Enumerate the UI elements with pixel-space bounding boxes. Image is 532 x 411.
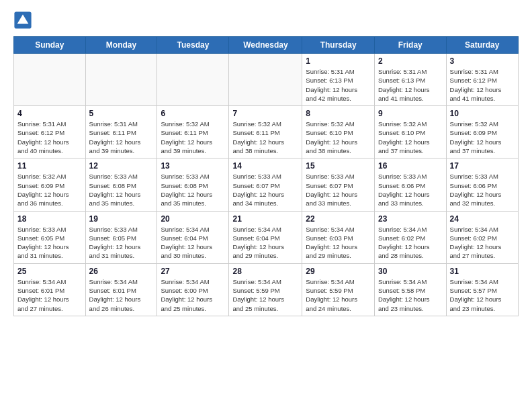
day-info: Sunrise: 5:34 AM Sunset: 6:04 PM Dayligh…	[232, 225, 298, 261]
calendar-day-cell: 5Sunrise: 5:31 AM Sunset: 6:11 PM Daylig…	[85, 106, 157, 158]
day-number: 17	[450, 161, 515, 171]
day-number: 3	[450, 56, 515, 66]
calendar-day-cell: 15Sunrise: 5:33 AM Sunset: 6:07 PM Dayli…	[302, 158, 375, 211]
day-info: Sunrise: 5:31 AM Sunset: 6:12 PM Dayligh…	[17, 120, 82, 155]
calendar-day-cell: 4Sunrise: 5:31 AM Sunset: 6:12 PM Daylig…	[14, 106, 86, 158]
day-number: 22	[306, 214, 371, 224]
day-info: Sunrise: 5:31 AM Sunset: 6:12 PM Dayligh…	[450, 67, 515, 103]
day-info: Sunrise: 5:32 AM Sunset: 6:09 PM Dayligh…	[450, 120, 515, 155]
logo	[13, 11, 35, 30]
day-number: 13	[161, 161, 225, 171]
day-header: Tuesday	[157, 37, 229, 54]
day-number: 2	[378, 56, 443, 66]
day-number: 27	[161, 267, 225, 276]
day-number: 23	[378, 214, 443, 224]
day-info: Sunrise: 5:32 AM Sunset: 6:10 PM Dayligh…	[378, 120, 443, 155]
day-number: 9	[378, 109, 443, 118]
day-headers-row: SundayMondayTuesdayWednesdayThursdayFrid…	[14, 37, 519, 54]
day-number: 25	[17, 267, 82, 276]
day-header: Friday	[375, 37, 447, 54]
day-info: Sunrise: 5:32 AM Sunset: 6:11 PM Dayligh…	[161, 120, 225, 155]
day-number: 21	[232, 214, 298, 224]
calendar-day-cell: 19Sunrise: 5:33 AM Sunset: 6:05 PM Dayli…	[85, 211, 157, 263]
day-info: Sunrise: 5:32 AM Sunset: 6:10 PM Dayligh…	[306, 120, 371, 155]
day-info: Sunrise: 5:33 AM Sunset: 6:08 PM Dayligh…	[161, 172, 225, 208]
calendar-week-row: 18Sunrise: 5:33 AM Sunset: 6:05 PM Dayli…	[14, 211, 519, 263]
day-number: 10	[450, 109, 515, 118]
day-number: 30	[378, 267, 443, 276]
day-info: Sunrise: 5:34 AM Sunset: 6:02 PM Dayligh…	[378, 225, 443, 261]
day-info: Sunrise: 5:31 AM Sunset: 6:11 PM Dayligh…	[89, 120, 154, 155]
logo-icon	[13, 11, 32, 30]
day-number: 24	[450, 214, 515, 224]
calendar-header: SundayMondayTuesdayWednesdayThursdayFrid…	[14, 37, 519, 54]
day-number: 11	[17, 161, 82, 171]
calendar-day-cell: 17Sunrise: 5:33 AM Sunset: 6:06 PM Dayli…	[446, 158, 518, 211]
calendar-day-cell: 10Sunrise: 5:32 AM Sunset: 6:09 PM Dayli…	[446, 106, 518, 158]
day-number: 18	[17, 214, 82, 224]
calendar-day-cell: 9Sunrise: 5:32 AM Sunset: 6:10 PM Daylig…	[375, 106, 447, 158]
calendar-day-cell: 12Sunrise: 5:33 AM Sunset: 6:08 PM Dayli…	[85, 158, 157, 211]
day-number: 28	[232, 267, 298, 276]
day-header: Saturday	[446, 37, 518, 54]
calendar-day-cell: 25Sunrise: 5:34 AM Sunset: 6:01 PM Dayli…	[14, 263, 86, 316]
calendar-day-cell: 27Sunrise: 5:34 AM Sunset: 6:00 PM Dayli…	[157, 263, 229, 316]
day-info: Sunrise: 5:34 AM Sunset: 6:01 PM Dayligh…	[17, 277, 82, 313]
calendar-day-cell: 26Sunrise: 5:34 AM Sunset: 6:01 PM Dayli…	[85, 263, 157, 316]
day-number: 19	[89, 214, 154, 224]
day-info: Sunrise: 5:33 AM Sunset: 6:06 PM Dayligh…	[450, 172, 515, 208]
calendar-day-cell: 13Sunrise: 5:33 AM Sunset: 6:08 PM Dayli…	[157, 158, 229, 211]
day-header: Monday	[85, 37, 157, 54]
calendar-day-cell: 20Sunrise: 5:34 AM Sunset: 6:04 PM Dayli…	[157, 211, 229, 263]
day-info: Sunrise: 5:34 AM Sunset: 6:04 PM Dayligh…	[161, 225, 225, 261]
day-info: Sunrise: 5:34 AM Sunset: 5:57 PM Dayligh…	[450, 277, 515, 313]
calendar-day-cell: 16Sunrise: 5:33 AM Sunset: 6:06 PM Dayli…	[375, 158, 447, 211]
calendar-day-cell	[157, 54, 229, 106]
calendar-day-cell: 8Sunrise: 5:32 AM Sunset: 6:10 PM Daylig…	[302, 106, 375, 158]
calendar-week-row: 25Sunrise: 5:34 AM Sunset: 6:01 PM Dayli…	[14, 263, 519, 316]
day-info: Sunrise: 5:31 AM Sunset: 6:13 PM Dayligh…	[378, 67, 443, 103]
calendar-week-row: 4Sunrise: 5:31 AM Sunset: 6:12 PM Daylig…	[14, 106, 519, 158]
day-info: Sunrise: 5:34 AM Sunset: 5:59 PM Dayligh…	[232, 277, 298, 313]
calendar-body: 1Sunrise: 5:31 AM Sunset: 6:13 PM Daylig…	[14, 54, 519, 316]
day-number: 15	[306, 161, 371, 171]
day-info: Sunrise: 5:34 AM Sunset: 5:59 PM Dayligh…	[306, 277, 371, 313]
day-info: Sunrise: 5:32 AM Sunset: 6:11 PM Dayligh…	[232, 120, 298, 155]
day-info: Sunrise: 5:33 AM Sunset: 6:07 PM Dayligh…	[306, 172, 371, 208]
day-number: 5	[89, 109, 154, 118]
calendar-table: SundayMondayTuesdayWednesdayThursdayFrid…	[13, 36, 519, 316]
day-info: Sunrise: 5:33 AM Sunset: 6:05 PM Dayligh…	[89, 225, 154, 261]
day-header: Thursday	[302, 37, 375, 54]
day-info: Sunrise: 5:33 AM Sunset: 6:08 PM Dayligh…	[89, 172, 154, 208]
calendar-day-cell: 3Sunrise: 5:31 AM Sunset: 6:12 PM Daylig…	[446, 54, 518, 106]
calendar-day-cell: 30Sunrise: 5:34 AM Sunset: 5:58 PM Dayli…	[375, 263, 447, 316]
day-info: Sunrise: 5:34 AM Sunset: 6:00 PM Dayligh…	[161, 277, 225, 313]
calendar-week-row: 1Sunrise: 5:31 AM Sunset: 6:13 PM Daylig…	[14, 54, 519, 106]
day-number: 26	[89, 267, 154, 276]
day-number: 6	[161, 109, 225, 118]
day-number: 31	[450, 267, 515, 276]
day-number: 29	[306, 267, 371, 276]
day-number: 12	[89, 161, 154, 171]
day-number: 4	[17, 109, 82, 118]
calendar-day-cell	[85, 54, 157, 106]
day-number: 8	[306, 109, 371, 118]
header	[13, 11, 519, 30]
page: SundayMondayTuesdayWednesdayThursdayFrid…	[0, 0, 532, 327]
calendar-day-cell: 31Sunrise: 5:34 AM Sunset: 5:57 PM Dayli…	[446, 263, 518, 316]
calendar-day-cell	[14, 54, 86, 106]
calendar-day-cell: 7Sunrise: 5:32 AM Sunset: 6:11 PM Daylig…	[229, 106, 302, 158]
calendar-week-row: 11Sunrise: 5:32 AM Sunset: 6:09 PM Dayli…	[14, 158, 519, 211]
calendar-day-cell: 6Sunrise: 5:32 AM Sunset: 6:11 PM Daylig…	[157, 106, 229, 158]
calendar-day-cell	[229, 54, 302, 106]
day-info: Sunrise: 5:33 AM Sunset: 6:05 PM Dayligh…	[17, 225, 82, 261]
calendar-day-cell: 21Sunrise: 5:34 AM Sunset: 6:04 PM Dayli…	[229, 211, 302, 263]
day-info: Sunrise: 5:32 AM Sunset: 6:09 PM Dayligh…	[17, 172, 82, 208]
calendar-day-cell: 22Sunrise: 5:34 AM Sunset: 6:03 PM Dayli…	[302, 211, 375, 263]
calendar-day-cell: 28Sunrise: 5:34 AM Sunset: 5:59 PM Dayli…	[229, 263, 302, 316]
calendar-day-cell: 2Sunrise: 5:31 AM Sunset: 6:13 PM Daylig…	[375, 54, 447, 106]
day-info: Sunrise: 5:34 AM Sunset: 6:02 PM Dayligh…	[450, 225, 515, 261]
calendar-day-cell: 29Sunrise: 5:34 AM Sunset: 5:59 PM Dayli…	[302, 263, 375, 316]
day-header: Sunday	[14, 37, 86, 54]
calendar-day-cell: 11Sunrise: 5:32 AM Sunset: 6:09 PM Dayli…	[14, 158, 86, 211]
